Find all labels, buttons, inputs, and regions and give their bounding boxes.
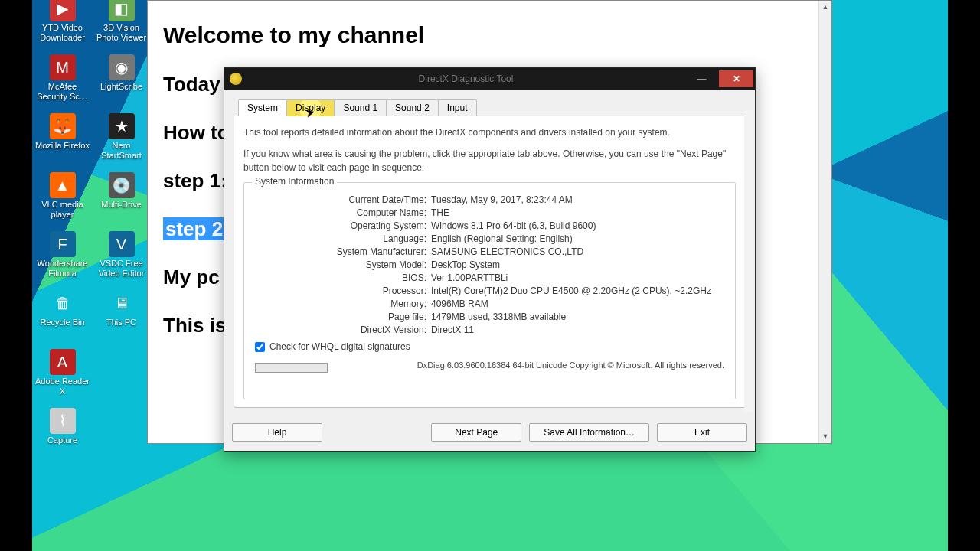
- info-row: DirectX Version:DirectX 11: [255, 324, 724, 335]
- info-label: BIOS:: [255, 272, 431, 283]
- desktop-icon-label: Nero StartSmart: [93, 141, 150, 160]
- info-value: 4096MB RAM: [431, 298, 724, 309]
- desktop-icon-label: Multi-Drive: [101, 200, 142, 210]
- tab-sound-2[interactable]: Sound 2: [386, 99, 439, 116]
- notepad-heading: Welcome to my channel: [163, 22, 816, 48]
- dialog-scroll-track[interactable]: [744, 110, 753, 412]
- desktop-icon[interactable]: MMcAfee Security Sc…: [34, 54, 91, 101]
- info-row: Page file:1479MB used, 3318MB available: [255, 311, 724, 322]
- info-label: Processor:: [255, 285, 431, 296]
- letterbox-left: [0, 0, 32, 551]
- desktop-icon[interactable]: ▶YTD Video Downloader: [34, 0, 91, 42]
- info-label: DirectX Version:: [255, 324, 431, 335]
- info-row: Processor:Intel(R) Core(TM)2 Duo CPU E45…: [255, 285, 724, 296]
- info-label: Memory:: [255, 298, 431, 309]
- info-value: English (Regional Setting: English): [431, 233, 724, 244]
- letterbox-right: [948, 0, 980, 551]
- whql-checkbox[interactable]: [255, 342, 265, 352]
- tab-display[interactable]: Display: [286, 99, 335, 116]
- desktop-icon[interactable]: 🗑Recycle Bin: [34, 290, 91, 328]
- progress-bar: [255, 363, 328, 373]
- save-all-button[interactable]: Save All Information…: [529, 423, 649, 442]
- info-value: DirectX 11: [431, 324, 724, 335]
- dxdiag-window: DirectX Diagnostic Tool — ✕ SystemDispla…: [224, 67, 756, 452]
- desktop-icon[interactable]: AAdobe Reader X: [34, 349, 91, 396]
- info-row: BIOS:Ver 1.00PARTTBLi: [255, 272, 724, 283]
- desktop-icon-label: LightScribe: [100, 82, 142, 92]
- desktop-icon-label: McAfee Security Sc…: [34, 82, 91, 101]
- titlebar[interactable]: DirectX Diagnostic Tool — ✕: [224, 68, 755, 90]
- desktop-icon[interactable]: ▲VLC media player: [34, 172, 91, 219]
- scroll-down-icon[interactable]: ▼: [819, 430, 831, 443]
- dialog-button-row: Help Next Page Save All Information… Exi…: [224, 416, 755, 451]
- desktop-icon[interactable]: VVSDC Free Video Editor: [93, 231, 150, 278]
- desktop-icon-label: YTD Video Downloader: [34, 23, 91, 42]
- info-value: SAMSUNG ELECTRONICS CO.,LTD: [431, 246, 724, 257]
- info-row: Language:English (Regional Setting: Engl…: [255, 233, 724, 244]
- info-value: 1479MB used, 3318MB available: [431, 311, 724, 322]
- desktop-icon-label: 3D Vision Photo Viewer: [93, 23, 150, 42]
- desktop-icon-label: VLC media player: [34, 200, 91, 219]
- desktop-icon-label: This PC: [106, 318, 136, 328]
- whql-label: Check for WHQL digital signatures: [270, 341, 410, 352]
- dxdiag-icon: [230, 73, 242, 85]
- info-value: Ver 1.00PARTTBLi: [431, 272, 724, 283]
- desktop-icon[interactable]: 💿Multi-Drive: [93, 172, 150, 210]
- close-button[interactable]: ✕: [719, 70, 753, 87]
- info-row: Memory:4096MB RAM: [255, 298, 724, 309]
- info-label: Computer Name:: [255, 207, 431, 218]
- copyright-text: DxDiag 6.03.9600.16384 64-bit Unicode Co…: [417, 360, 724, 370]
- info-row: Computer Name:THE: [255, 207, 724, 218]
- tab-system[interactable]: System: [238, 99, 287, 116]
- desktop-icon-label: Adobe Reader X: [34, 377, 91, 396]
- notepad-scrollbar[interactable]: ▲ ▼: [818, 1, 831, 443]
- info-row: System Manufacturer:SAMSUNG ELECTRONICS …: [255, 246, 724, 257]
- info-label: Current Date/Time:: [255, 194, 431, 205]
- next-page-button[interactable]: Next Page: [431, 423, 521, 442]
- desktop-icon[interactable]: ★Nero StartSmart: [93, 113, 150, 160]
- minimize-button[interactable]: —: [684, 70, 719, 87]
- info-label: Page file:: [255, 311, 431, 322]
- system-information-group: System Information Current Date/Time:Tue…: [243, 182, 736, 399]
- info-row: Current Date/Time:Tuesday, May 9, 2017, …: [255, 194, 724, 205]
- info-value: DeskTop System: [431, 259, 724, 270]
- exit-button[interactable]: Exit: [657, 423, 747, 442]
- info-label: Operating System:: [255, 220, 431, 231]
- info-value: THE: [431, 207, 724, 218]
- tab-panel-system: This tool reports detailed information a…: [234, 116, 746, 408]
- tab-input[interactable]: Input: [438, 99, 477, 116]
- desktop-icon-label: VSDC Free Video Editor: [93, 259, 150, 278]
- info-value: Windows 8.1 Pro 64-bit (6.3, Build 9600): [431, 220, 724, 231]
- desktop-icon-label: Capture: [47, 435, 77, 445]
- desktop-icon[interactable]: ◉LightScribe: [93, 54, 150, 92]
- whql-checkbox-row[interactable]: Check for WHQL digital signatures: [255, 341, 724, 352]
- info-row: System Model:DeskTop System: [255, 259, 724, 270]
- group-legend: System Information: [252, 176, 337, 187]
- desktop-icon[interactable]: 🖥This PC: [93, 290, 150, 328]
- info-value: Intel(R) Core(TM)2 Duo CPU E4500 @ 2.20G…: [431, 285, 724, 296]
- description-text: This tool reports detailed information a…: [243, 126, 736, 174]
- scroll-up-icon[interactable]: ▲: [819, 1, 831, 14]
- desktop-icon[interactable]: ⌇Capture: [34, 408, 91, 445]
- tab-strip: SystemDisplaySound 1Sound 2Input: [234, 99, 746, 116]
- help-button[interactable]: Help: [232, 423, 322, 442]
- info-label: System Manufacturer:: [255, 246, 431, 257]
- tab-sound-1[interactable]: Sound 1: [334, 99, 387, 116]
- info-label: System Model:: [255, 259, 431, 270]
- desktop-icon[interactable]: FWondershare Filmora: [34, 231, 91, 278]
- info-label: Language:: [255, 233, 431, 244]
- desktop-icon-label: Recycle Bin: [40, 318, 84, 328]
- info-row: Operating System:Windows 8.1 Pro 64-bit …: [255, 220, 724, 231]
- desktop-icon[interactable]: ◧3D Vision Photo Viewer: [93, 0, 150, 42]
- window-title: DirectX Diagnostic Tool: [247, 73, 684, 84]
- desktop-icon-label: Mozilla Firefox: [35, 141, 90, 151]
- desktop-icon[interactable]: 🦊Mozilla Firefox: [34, 113, 91, 151]
- info-value: Tuesday, May 9, 2017, 8:23:44 AM: [431, 194, 724, 205]
- desktop-icon-label: Wondershare Filmora: [34, 259, 91, 278]
